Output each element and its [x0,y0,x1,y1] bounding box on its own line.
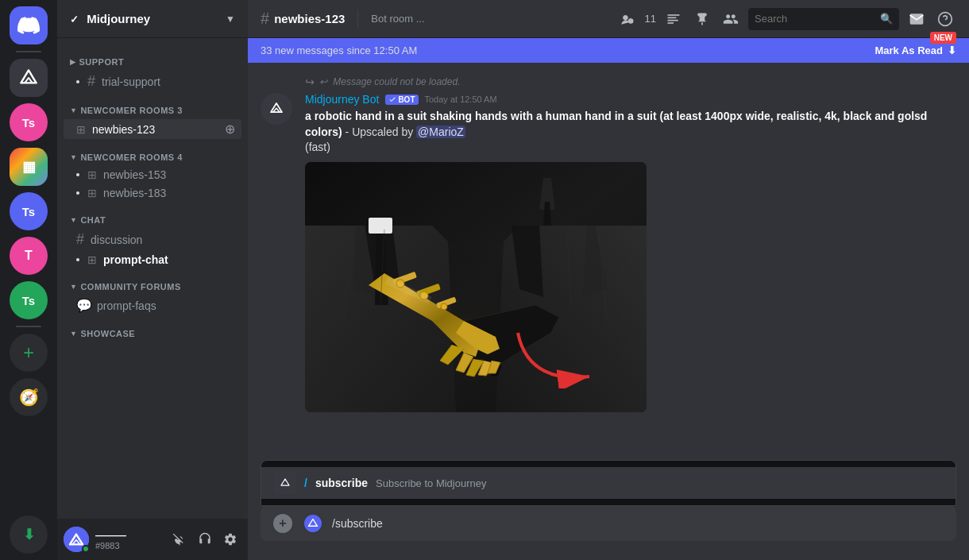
server-divider [16,51,41,52]
server-icon-ts2[interactable]: Ts [10,192,48,230]
settings-button[interactable] [219,528,241,550]
main-content: # newbies-123 Bot room ... 11 [248,0,969,560]
search-input[interactable] [755,13,875,25]
hash-double-icon-prompt: ⊞ [87,253,97,266]
server-rail: Ts ▦ Ts T Ts + 🧭 ⬇ [0,0,57,560]
headphones-button[interactable] [194,528,216,550]
messages-area[interactable]: ↩ ↩ Message could not be loaded. Midjour… [248,63,969,460]
message-author[interactable]: Midjourney Bot [305,93,379,106]
message-content: Midjourney Bot BOT Today at 12:50 AM a r… [305,93,956,412]
mention-marioz[interactable]: @MarioZ [416,126,465,138]
channel-prompt-chat[interactable]: ⊞ prompt-chat [64,251,241,268]
search-bar[interactable]: 🔍 [748,8,899,30]
svg-point-25 [277,475,293,491]
channel-name-prompt-faqs: prompt-faqs [97,299,156,312]
message-text: a robotic hand in a suit shaking hands w… [305,109,956,156]
pin-icon[interactable] [691,8,713,30]
threads-icon[interactable] [662,8,685,30]
add-server-icon: + [23,342,34,364]
autocomplete-subscribe-item[interactable]: / subscribe Subscribe to Midjourney [261,467,955,499]
user-bar: ——— #9883 [57,519,248,560]
autocomplete-bot-icon [274,472,296,494]
search-icon: 🔍 [880,13,893,25]
hash-icon-discussion: # [76,231,84,248]
sidebar-channels: ▶ SUPPORT # trial-support ▼ NEWCOMER ROO… [57,38,248,519]
message-input-box[interactable]: + [261,506,956,541]
message-end: (fast) [305,141,330,153]
image-attachment [305,162,647,412]
add-member-icon[interactable]: ⊕ [225,122,235,137]
user-status-online [82,545,90,553]
new-messages-text: 33 new messages since 12:50 AM [261,44,417,56]
category-community-forums[interactable]: ▼ COMMUNITY FORUMS [57,269,248,295]
attach-button[interactable]: + [273,514,292,533]
mark-as-read-button[interactable]: Mark As Read ⬇ [875,44,957,56]
chevron-down-icon: ▼ [226,14,235,25]
svg-rect-13 [369,218,392,234]
server-name-header[interactable]: ✓ Midjourney ▼ [57,0,248,38]
category-arrow-support: ▶ [70,58,76,66]
inbox-icon[interactable] [905,8,928,30]
download-button[interactable]: ⬇ [10,516,48,554]
explore-button[interactable]: 🧭 [10,378,48,416]
people-icon[interactable] [720,8,742,30]
compass-icon: 🧭 [19,388,39,407]
message-timestamp: Today at 12:50 AM [425,95,497,104]
reply-text: ↩ Message could not be loaded. [319,76,460,87]
channel-discussion[interactable]: # discussion [64,229,241,250]
category-chat[interactable]: ▼ CHAT [57,203,248,228]
channel-newbies-183[interactable]: ⊞ newbies-183 [64,184,241,202]
hash-double-icon-183: ⊞ [87,187,97,199]
input-bot-avatar [302,512,324,535]
server-icon-colorful[interactable]: ▦ [10,148,48,186]
category-label-chat: CHAT [80,215,106,225]
channel-name-newbies-153: newbies-153 [103,168,166,181]
channel-header-name: newbies-123 [274,12,345,25]
new-messages-bar[interactable]: 33 new messages since 12:50 AM Mark As R… [248,38,969,63]
channel-name-prompt-chat: prompt-chat [103,253,168,266]
category-showcase[interactable]: ▼ SHOWCASE [57,316,248,342]
new-badge: NEW [930,32,956,44]
help-icon[interactable] [934,8,956,30]
members-icon[interactable] [616,8,639,30]
category-arrow-showcase: ▼ [70,330,77,338]
channel-hash-icon: # [261,10,269,28]
channel-newbies-123[interactable]: ⊞ newbies-123 ⊕ [64,119,241,139]
unread-bullet-prompt-chat [76,258,79,261]
autocomplete-popup: / subscribe Subscribe to Midjourney [261,460,956,506]
add-server-button[interactable]: + [10,334,48,372]
category-arrow-community: ▼ [70,283,77,291]
category-support[interactable]: ▶ SUPPORT [57,44,248,70]
svg-point-19 [441,303,447,310]
reply-icon: ↩ [305,75,315,88]
bot-badge: BOT [385,95,418,105]
message-input[interactable] [332,517,944,530]
download-icon: ⬇ [23,526,35,543]
image-placeholder [305,162,647,412]
hash-double-icon-153: ⊞ [87,168,97,181]
channel-name-newbies-183: newbies-183 [103,187,166,199]
channel-trial-support[interactable]: # trial-support [64,71,241,92]
mute-button[interactable] [168,528,191,550]
category-newcomer-rooms-3[interactable]: ▼ NEWCOMER ROOMS 3 [57,93,248,118]
checkmark-icon: ✓ [70,14,79,25]
server-icon-midjourney[interactable] [10,59,48,97]
server-icon-discord-home[interactable] [10,6,48,44]
category-arrow-chat: ▼ [70,216,77,224]
user-avatar [64,527,89,552]
channel-newbies-153[interactable]: ⊞ newbies-153 [64,166,241,183]
username: ——— [95,529,162,541]
mark-read-icon: ⬇ [948,44,956,56]
unread-bullet-trial-support [76,80,79,83]
server-icon-t1[interactable]: T [10,237,48,275]
channel-prompt-faqs[interactable]: 💬 prompt-faqs [64,295,241,315]
category-newcomer-rooms-4[interactable]: ▼ NEWCOMER ROOMS 4 [57,140,248,165]
server-icon-ts3[interactable]: Ts [10,281,48,319]
top-bar: # newbies-123 Bot room ... 11 [248,0,969,38]
category-label-newcomer-4: NEWCOMER ROOMS 4 [80,153,182,162]
channel-sidebar: ✓ Midjourney ▼ ▶ SUPPORT # trial-support… [57,0,248,560]
header-divider [357,10,358,29]
server-icon-ts1[interactable]: Ts [10,103,48,141]
channel-name-newbies-123: newbies-123 [92,123,155,136]
server-label-t1: T [25,249,33,263]
